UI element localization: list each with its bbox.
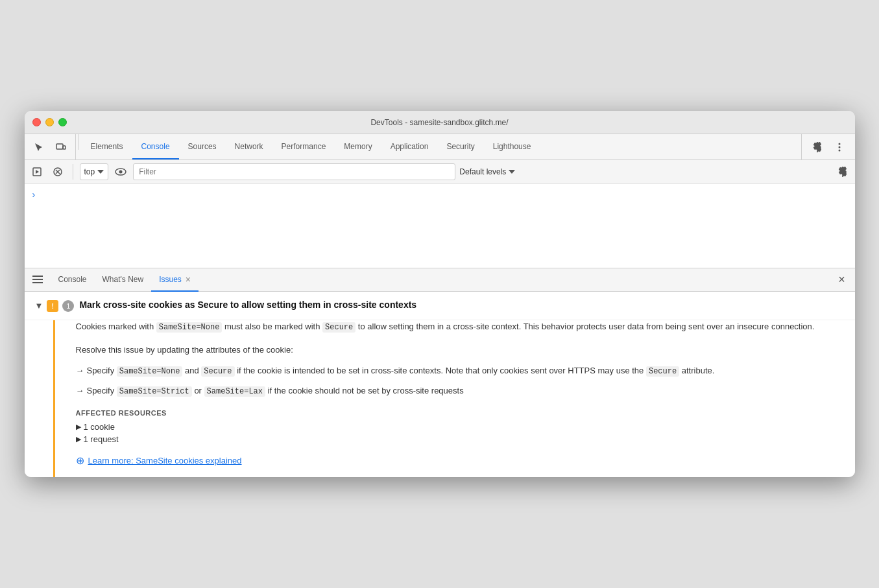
tab-network[interactable]: Network bbox=[226, 134, 272, 159]
devtools-window: DevTools - samesite-sandbox.glitch.me/ E… bbox=[25, 111, 855, 476]
svg-point-4 bbox=[838, 149, 840, 151]
console-settings-icon[interactable] bbox=[834, 163, 851, 180]
window-title: DevTools - samesite-sandbox.glitch.me/ bbox=[370, 118, 508, 127]
bottom-tab-issues[interactable]: Issues × bbox=[151, 268, 199, 292]
cookie-resource[interactable]: ▶ 1 cookie bbox=[76, 422, 845, 432]
tab-security[interactable]: Security bbox=[437, 134, 483, 159]
svg-marker-6 bbox=[36, 170, 39, 174]
console-output: › bbox=[25, 183, 855, 268]
bottom-panel: Console What's New Issues × × ▼ ! 1 bbox=[25, 268, 855, 476]
more-icon[interactable] bbox=[830, 138, 849, 156]
issue-title: Mark cross-site cookies as Secure to all… bbox=[79, 300, 416, 310]
tab-elements[interactable]: Elements bbox=[82, 134, 132, 159]
issue-toggle[interactable]: ▼ bbox=[35, 301, 43, 311]
detail-description: Cookies marked with SameSite=None must a… bbox=[76, 320, 845, 334]
svg-point-11 bbox=[119, 170, 123, 173]
title-bar: DevTools - samesite-sandbox.glitch.me/ bbox=[25, 111, 855, 134]
tab-sources[interactable]: Sources bbox=[179, 134, 226, 159]
svg-rect-14 bbox=[32, 282, 43, 283]
bottom-tab-console[interactable]: Console bbox=[51, 268, 95, 292]
toolbar-right-icons bbox=[801, 134, 855, 159]
svg-rect-12 bbox=[32, 276, 43, 277]
code-samesite-none-2: SameSite=None bbox=[117, 366, 183, 377]
request-resource[interactable]: ▶ 1 request bbox=[76, 434, 845, 444]
minimize-button[interactable] bbox=[45, 118, 54, 126]
svg-point-2 bbox=[838, 143, 840, 145]
clear-icon[interactable] bbox=[49, 163, 66, 180]
affected-resources: AFFECTED RESOURCES ▶ 1 cookie ▶ 1 reques… bbox=[76, 409, 845, 444]
levels-selector[interactable]: Default levels bbox=[459, 167, 515, 176]
devtools-toolbar: Elements Console Sources Network Perform… bbox=[25, 134, 855, 160]
cursor-icon[interactable] bbox=[30, 138, 48, 156]
code-secure-1: Secure bbox=[322, 322, 355, 333]
code-secure-3: Secure bbox=[646, 366, 679, 377]
issue-detail: Cookies marked with SameSite=None must a… bbox=[53, 320, 855, 476]
issues-tab-close[interactable]: × bbox=[186, 274, 191, 285]
affected-label: AFFECTED RESOURCES bbox=[76, 409, 845, 417]
bottom-panel-close[interactable]: × bbox=[833, 271, 851, 289]
console-bar: top Default levels bbox=[25, 160, 855, 183]
tab-menu-icon[interactable] bbox=[29, 271, 47, 289]
run-icon[interactable] bbox=[29, 163, 45, 180]
filter-input[interactable] bbox=[133, 163, 455, 180]
console-separator bbox=[73, 164, 73, 180]
warning-icon: ! bbox=[47, 300, 58, 312]
close-button[interactable] bbox=[32, 118, 41, 126]
code-secure-2: Secure bbox=[201, 366, 234, 377]
eye-icon[interactable] bbox=[112, 163, 129, 180]
traffic-lights bbox=[32, 118, 67, 126]
issues-content: ▼ ! 1 Mark cross-site cookies as Secure … bbox=[25, 292, 855, 476]
code-samesite-lax: SameSite=Lax bbox=[204, 386, 265, 397]
request-expand-arrow: ▶ bbox=[76, 435, 81, 443]
code-samesite-strict: SameSite=Strict bbox=[117, 386, 192, 397]
devtools-tabs: Elements Console Sources Network Perform… bbox=[82, 134, 801, 159]
tab-memory[interactable]: Memory bbox=[335, 134, 381, 159]
issue-count-badge: 1 bbox=[62, 300, 74, 312]
step-1: → Specify SameSite=None and Secure if th… bbox=[76, 364, 845, 378]
toolbar-separator-1 bbox=[78, 134, 79, 150]
svg-point-3 bbox=[838, 146, 840, 148]
step2-arrow: → bbox=[76, 384, 84, 398]
issue-row: ▼ ! 1 Mark cross-site cookies as Secure … bbox=[25, 292, 855, 320]
code-samesite-none: SameSite=None bbox=[156, 322, 223, 333]
learn-more-link[interactable]: Learn more: SameSite cookies explained bbox=[88, 456, 242, 465]
responsive-icon[interactable] bbox=[52, 138, 70, 156]
step1-arrow: → bbox=[76, 364, 84, 378]
resolve-text: Resolve this issue by updating the attri… bbox=[76, 344, 845, 357]
tab-performance[interactable]: Performance bbox=[272, 134, 335, 159]
tab-console[interactable]: Console bbox=[132, 134, 179, 159]
maximize-button[interactable] bbox=[58, 118, 67, 126]
bottom-tab-whats-new[interactable]: What's New bbox=[95, 268, 152, 292]
settings-icon[interactable] bbox=[808, 138, 826, 156]
bottom-tab-bar: Console What's New Issues × × bbox=[25, 268, 855, 292]
step-2: → Specify SameSite=Strict or SameSite=La… bbox=[76, 384, 845, 398]
cookie-expand-arrow: ▶ bbox=[76, 423, 81, 431]
learn-more-section: ⊕ Learn more: SameSite cookies explained bbox=[76, 454, 845, 467]
tab-lighthouse[interactable]: Lighthouse bbox=[484, 134, 540, 159]
svg-rect-1 bbox=[63, 146, 66, 149]
context-selector[interactable]: top bbox=[80, 163, 109, 180]
tab-application[interactable]: Application bbox=[381, 134, 438, 159]
svg-rect-0 bbox=[56, 144, 63, 149]
issue-detail-inner: Cookies marked with SameSite=None must a… bbox=[66, 320, 845, 466]
svg-rect-13 bbox=[32, 279, 43, 280]
expand-arrow[interactable]: › bbox=[32, 189, 36, 200]
toolbar-left-icons bbox=[25, 134, 76, 159]
learn-more-icon: ⊕ bbox=[76, 454, 84, 467]
